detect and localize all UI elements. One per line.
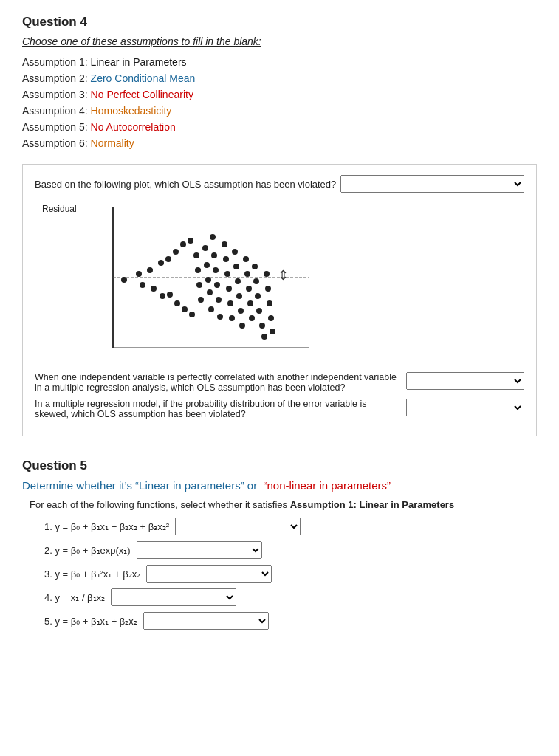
svg-point-19 bbox=[195, 267, 201, 273]
svg-point-24 bbox=[205, 277, 211, 283]
svg-point-41 bbox=[235, 278, 241, 284]
svg-point-10 bbox=[165, 256, 171, 262]
svg-point-48 bbox=[247, 300, 253, 306]
function-2-dropdown[interactable]: Linear in Parameters Non-linear in Param… bbox=[137, 541, 262, 559]
svg-point-38 bbox=[229, 315, 235, 321]
svg-point-29 bbox=[213, 267, 219, 273]
assumption-6-value: Normality bbox=[91, 137, 134, 149]
svg-point-3 bbox=[121, 277, 127, 283]
assumption-2: Assumption 2: Zero Conditional Mean bbox=[22, 72, 537, 84]
function-5-text: 5. y = β₀ + β₁x₁ + β₂x₂ bbox=[44, 616, 137, 627]
svg-point-16 bbox=[188, 238, 193, 244]
svg-point-31 bbox=[216, 297, 222, 303]
svg-text:⇕: ⇕ bbox=[278, 268, 289, 283]
svg-point-33 bbox=[222, 241, 227, 247]
svg-point-42 bbox=[236, 293, 242, 299]
svg-point-36 bbox=[226, 286, 232, 292]
svg-point-54 bbox=[259, 323, 265, 329]
function-1-dropdown[interactable]: Linear in Parameters Non-linear in Param… bbox=[175, 518, 301, 535]
scatter-wrapper: Residual bbox=[42, 200, 524, 372]
svg-point-35 bbox=[224, 271, 230, 277]
function-list: 1. y = β₀ + β₁x₁ + β₂x₂ + β₃x₂² Linear i… bbox=[44, 518, 537, 630]
collinearity-dropdown[interactable]: Assumption 1: Linear in Parameters Assum… bbox=[406, 372, 524, 390]
function-4-item: 4. y = x₁ / β₁x₂ Linear in Parameters No… bbox=[44, 588, 537, 606]
svg-point-59 bbox=[268, 315, 274, 321]
question5-subtitle-start: Determine whether it’s “Linear in parame… bbox=[22, 479, 257, 492]
assumption-5: Assumption 5: No Autocorrelation bbox=[22, 121, 537, 133]
svg-point-50 bbox=[252, 264, 258, 269]
svg-point-21 bbox=[198, 297, 204, 303]
svg-point-51 bbox=[253, 278, 259, 284]
svg-point-43 bbox=[238, 308, 244, 314]
plot-question-row: Based on the following plot, which OLS a… bbox=[35, 175, 524, 193]
function-5-item: 5. y = β₀ + β₁x₁ + β₂x₂ Linear in Parame… bbox=[44, 612, 537, 630]
svg-point-55 bbox=[261, 334, 267, 340]
assumption-4-label: Assumption 4: bbox=[22, 105, 91, 117]
function-3-text: 3. y = β₀ + β₁²x₁ + β₂x₂ bbox=[44, 568, 140, 580]
function-4-dropdown[interactable]: Linear in Parameters Non-linear in Param… bbox=[111, 588, 236, 606]
function-5-dropdown[interactable]: Linear in Parameters Non-linear in Param… bbox=[143, 612, 269, 630]
svg-point-58 bbox=[267, 300, 272, 306]
assumption-3: Assumption 3: No Perfect Collinearity bbox=[22, 89, 537, 100]
svg-point-5 bbox=[140, 282, 145, 288]
svg-point-45 bbox=[243, 256, 249, 262]
assumption-list: Assumption 1: Linear in Parameters Assum… bbox=[22, 56, 537, 149]
svg-point-13 bbox=[174, 300, 180, 306]
below-plot-q2-text: In a multiple regression model, if the p… bbox=[35, 399, 402, 419]
plot-area-container: ⇕ bbox=[80, 200, 316, 372]
assumption-1-value: Linear in Parameters bbox=[91, 56, 187, 68]
svg-point-37 bbox=[227, 300, 233, 306]
question5-title: Question 5 bbox=[22, 458, 537, 473]
assumption-3-value: No Perfect Collinearity bbox=[91, 89, 193, 100]
svg-point-32 bbox=[217, 314, 223, 320]
svg-point-56 bbox=[264, 271, 270, 277]
svg-point-25 bbox=[207, 289, 213, 295]
svg-point-34 bbox=[223, 256, 229, 262]
function-4-text: 4. y = x₁ / β₁x₂ bbox=[44, 592, 105, 603]
below-plot-q1-text: When one independent variable is perfect… bbox=[35, 372, 402, 393]
assumption-1-label: Assumption 1: bbox=[22, 56, 91, 68]
y-axis-label: Residual bbox=[42, 204, 77, 214]
q5-instruction-text: For each of the following functions, sel… bbox=[30, 499, 287, 510]
plot-question-text: Based on the following plot, which OLS a… bbox=[35, 179, 336, 190]
assumption-1: Assumption 1: Linear in Parameters bbox=[22, 56, 537, 68]
assumption-5-value: No Autocorrelation bbox=[91, 121, 176, 133]
function-2-item: 2. y = β₀ + β₁exp(x₁) Linear in Paramete… bbox=[44, 541, 537, 559]
question4-title: Question 4 bbox=[22, 15, 537, 30]
assumption-5-label: Assumption 5: bbox=[22, 121, 91, 133]
svg-point-9 bbox=[160, 293, 165, 299]
svg-point-20 bbox=[196, 282, 202, 288]
svg-point-22 bbox=[202, 245, 208, 251]
function-3-dropdown[interactable]: Linear in Parameters Non-linear in Param… bbox=[146, 565, 272, 583]
svg-point-14 bbox=[180, 241, 186, 247]
svg-point-39 bbox=[232, 249, 238, 255]
svg-point-11 bbox=[167, 292, 173, 298]
question5-subtitle: Determine whether it’s “Linear in parame… bbox=[22, 479, 537, 492]
svg-point-26 bbox=[208, 306, 214, 312]
plot-assumption-dropdown[interactable]: Assumption 1: Linear in Parameters Assum… bbox=[340, 175, 524, 193]
skewed-dropdown[interactable]: Assumption 1: Linear in Parameters Assum… bbox=[406, 399, 524, 416]
function-1-text: 1. y = β₀ + β₁x₁ + β₂x₂ + β₃x₂² bbox=[44, 521, 169, 532]
svg-point-15 bbox=[182, 306, 188, 312]
assumption-2-value: Zero Conditional Mean bbox=[91, 72, 196, 84]
below-plot-q2-row: In a multiple regression model, if the p… bbox=[35, 399, 524, 419]
assumption-2-label: Assumption 2: bbox=[22, 72, 91, 84]
assumption-3-label: Assumption 3: bbox=[22, 89, 91, 100]
scatter-svg: ⇕ bbox=[80, 200, 316, 370]
svg-point-6 bbox=[147, 267, 153, 273]
assumption-4-value: Homoskedasticity bbox=[91, 105, 172, 117]
question5-subtitle-nonlinear: “non-linear in parameters” bbox=[264, 479, 391, 492]
svg-point-28 bbox=[211, 252, 217, 258]
below-plot-q1-row: When one independent variable is perfect… bbox=[35, 372, 524, 393]
question4-block: Question 4 Choose one of these assumptio… bbox=[22, 15, 537, 436]
function-3-item: 3. y = β₀ + β₁²x₁ + β₂x₂ Linear in Param… bbox=[44, 565, 537, 583]
svg-point-23 bbox=[204, 262, 210, 268]
svg-point-49 bbox=[249, 315, 255, 321]
assumption-6-label: Assumption 6: bbox=[22, 137, 91, 149]
svg-point-30 bbox=[214, 282, 220, 288]
question4-instruction: Choose one of these assumptions to fill … bbox=[22, 35, 537, 47]
assumption-4: Assumption 4: Homoskedasticity bbox=[22, 105, 537, 117]
svg-point-27 bbox=[210, 234, 216, 240]
svg-point-18 bbox=[193, 252, 199, 258]
svg-point-57 bbox=[265, 286, 271, 292]
